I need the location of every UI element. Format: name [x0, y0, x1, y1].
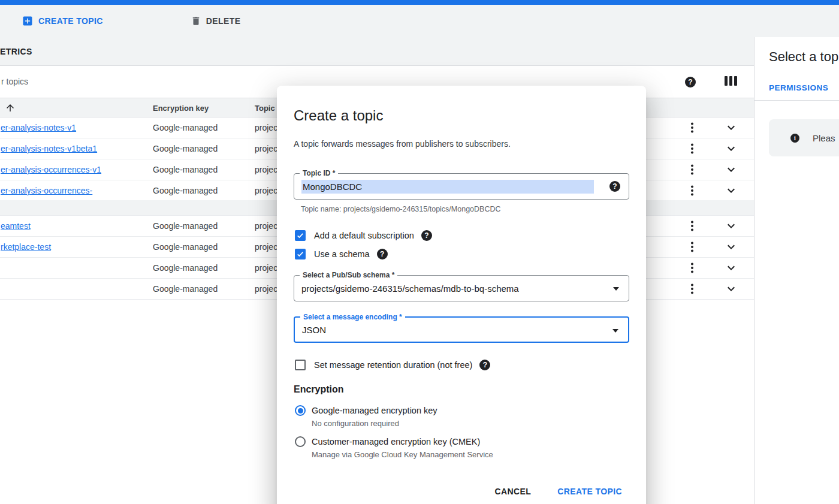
help-icon[interactable]: ? [421, 230, 432, 241]
help-icon[interactable]: ? [377, 249, 388, 259]
more-vert-icon[interactable] [686, 163, 699, 176]
more-vert-icon[interactable] [686, 219, 699, 233]
use-schema-row: Use a schema ? [294, 247, 629, 261]
dropdown-arrow-icon [613, 287, 619, 291]
delete-button[interactable]: DELETE [186, 10, 246, 32]
dropdown-arrow-icon [612, 329, 618, 333]
tab-metrics[interactable]: ETRICS [0, 47, 32, 56]
topic-path-cell: projec [255, 221, 277, 231]
retention-row: Set message retention duration (not free… [294, 358, 629, 372]
topic-path-cell: projec [255, 144, 277, 153]
topic-id-field[interactable]: Topic ID * MongoDBCDC ? [294, 173, 629, 200]
delete-label: DELETE [206, 16, 241, 26]
use-schema-checkbox[interactable] [295, 249, 306, 259]
encryption-cell: Google-managed [153, 144, 218, 153]
more-vert-icon[interactable] [686, 261, 699, 274]
column-display-icon[interactable] [725, 76, 737, 86]
encryption-cell: Google-managed [153, 263, 218, 273]
encryption-cell: Google-managed [153, 284, 218, 294]
topic-path-cell: projec [255, 284, 277, 294]
topic-path-cell: projec [255, 186, 277, 195]
schema-select-value: projects/gsidemo-246315/schemas/mdb-to-b… [301, 283, 519, 294]
column-header-encryption-key[interactable]: Encryption key [153, 98, 209, 118]
encoding-select-value: JSON [302, 325, 326, 335]
encryption-cell: Google-managed [153, 165, 218, 174]
encryption-cell: Google-managed [153, 221, 218, 231]
help-icon[interactable]: ? [685, 77, 696, 87]
encoding-select[interactable]: Select a message encoding * JSON [294, 316, 629, 343]
topic-detail-panel: Select a topi PERMISSIONS i Pleas [754, 37, 839, 504]
encryption-cell: Google-managed [153, 123, 218, 132]
topic-path-cell: projec [255, 165, 277, 174]
topic-id-value[interactable]: MongoDBCDC [303, 182, 362, 192]
dialog-description: A topic forwards messages from publisher… [294, 138, 629, 149]
google-managed-key-row: Google-managed encryption key [294, 405, 629, 417]
use-schema-label: Use a schema [314, 249, 370, 259]
default-subscription-row: Add a default subscription ? [294, 228, 629, 243]
retention-label: Set message retention duration (not free… [314, 360, 472, 370]
create-topic-submit-button[interactable]: CREATE TOPIC [551, 482, 628, 501]
encryption-heading: Encryption [294, 384, 629, 395]
topic-link[interactable]: er-analysis-occurrences- [1, 186, 92, 195]
encoding-select-label: Select a message encoding * [300, 313, 405, 321]
topic-link[interactable]: er-analysis-notes-v1 [1, 123, 76, 132]
default-subscription-checkbox[interactable] [295, 230, 306, 241]
create-topic-label: CREATE TOPIC [38, 16, 103, 26]
chevron-down-icon[interactable] [724, 141, 738, 156]
more-vert-icon[interactable] [686, 282, 699, 295]
encryption-cell: Google-managed [153, 242, 218, 252]
default-subscription-label: Add a default subscription [314, 231, 414, 240]
chevron-down-icon[interactable] [724, 261, 738, 275]
schema-select-label: Select a Pub/Sub schema * [300, 271, 397, 279]
add-box-icon [22, 15, 34, 27]
topic-name-helper: Topic name: projects/gsidemo-246315/topi… [301, 204, 629, 214]
topic-id-selection: MongoDBCDC [301, 180, 594, 194]
app-header-strip [0, 0, 839, 5]
topic-link[interactable]: rketplace-test [1, 242, 51, 252]
create-topic-button[interactable]: CREATE TOPIC [17, 10, 108, 32]
topic-link[interactable]: er-analysis-notes-v1beta1 [1, 144, 97, 153]
chevron-down-icon[interactable] [724, 183, 738, 198]
topic-id-label: Topic ID * [300, 169, 338, 177]
more-vert-icon[interactable] [686, 142, 699, 155]
filter-topics-input[interactable]: r topics [1, 77, 28, 86]
more-vert-icon[interactable] [686, 121, 699, 134]
encryption-cell: Google-managed [153, 186, 218, 195]
tab-permissions[interactable]: PERMISSIONS [769, 83, 828, 92]
chevron-down-icon[interactable] [724, 162, 738, 177]
retention-checkbox[interactable] [295, 360, 306, 370]
info-text: Pleas [813, 133, 835, 143]
chevron-down-icon[interactable] [724, 240, 738, 254]
panel-title: Select a topi [769, 49, 839, 65]
topic-link[interactable]: er-analysis-occurrences-v1 [1, 165, 101, 174]
topic-path-cell: projec [255, 242, 277, 252]
more-vert-icon[interactable] [686, 240, 699, 253]
chevron-down-icon[interactable] [724, 219, 738, 233]
info-icon: i [790, 134, 799, 143]
dialog-actions: CANCEL CREATE TOPIC [277, 481, 628, 502]
topic-link[interactable]: eamtest [1, 221, 31, 231]
google-managed-key-sub: No configuration required [312, 419, 629, 428]
column-header-topic[interactable]: Topic [255, 98, 275, 118]
cmek-label: Customer-managed encryption key (CMEK) [312, 437, 480, 446]
google-managed-key-label: Google-managed encryption key [312, 406, 437, 415]
info-banner: i Pleas [769, 119, 839, 156]
cmek-sub: Manage via Google Cloud Key Management S… [312, 450, 629, 460]
chevron-down-icon[interactable] [724, 282, 738, 296]
topic-path-cell: projec [255, 263, 277, 273]
panel-divider [755, 100, 839, 101]
create-topic-dialog: Create a topic A topic forwards messages… [277, 86, 646, 504]
trash-icon [191, 16, 201, 26]
tab-strip: ETRICS [0, 37, 754, 66]
sort-ascending-icon[interactable] [5, 102, 16, 113]
cmek-radio[interactable] [295, 436, 306, 447]
help-icon[interactable]: ? [479, 360, 490, 370]
cmek-row: Customer-managed encryption key (CMEK) [294, 436, 629, 448]
help-icon[interactable]: ? [609, 181, 620, 192]
dialog-title: Create a topic [294, 107, 629, 124]
google-managed-key-radio[interactable] [295, 405, 306, 416]
cancel-button[interactable]: CANCEL [489, 482, 538, 501]
more-vert-icon[interactable] [686, 184, 699, 197]
schema-select[interactable]: Select a Pub/Sub schema * projects/gside… [294, 275, 629, 301]
chevron-down-icon[interactable] [724, 120, 738, 135]
